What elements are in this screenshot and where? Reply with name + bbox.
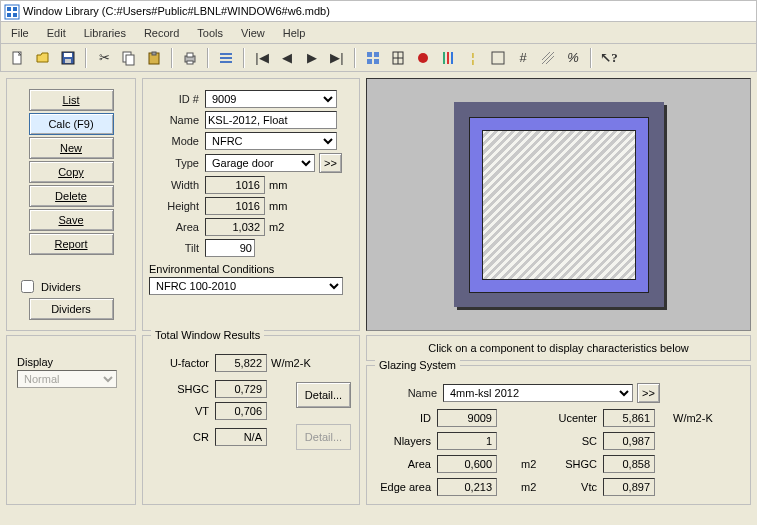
- height-value: 1016: [205, 197, 265, 215]
- action-sidebar: List Calc (F9) New Copy Delete Save Repo…: [6, 78, 136, 331]
- list-button[interactable]: List: [29, 89, 114, 111]
- menu-record[interactable]: Record: [144, 27, 179, 39]
- env-select[interactable]: NFRC 100-2010: [149, 277, 343, 295]
- svg-point-26: [418, 53, 428, 63]
- svg-rect-22: [374, 59, 379, 64]
- menu-view[interactable]: View: [241, 27, 265, 39]
- prev-record-icon[interactable]: ◀: [276, 47, 298, 69]
- detail-button[interactable]: Detail...: [296, 382, 351, 408]
- whatsthis-icon[interactable]: ↖?: [598, 47, 620, 69]
- dividers-checkbox[interactable]: Dividers: [17, 277, 125, 296]
- open-icon[interactable]: [32, 47, 54, 69]
- cr-value: N/A: [215, 428, 267, 446]
- save-button[interactable]: Save: [29, 209, 114, 231]
- menu-tools[interactable]: Tools: [197, 27, 223, 39]
- area-unit: m2: [269, 221, 284, 233]
- svg-rect-19: [367, 52, 372, 57]
- display-select: Normal: [17, 370, 117, 388]
- window-lib-icon[interactable]: [387, 47, 409, 69]
- calc-button[interactable]: Calc (F9): [29, 113, 114, 135]
- u-factor-unit: W/m2-K: [271, 357, 311, 369]
- gz-nlayers-label: Nlayers: [375, 435, 437, 447]
- list-view-icon[interactable]: [215, 47, 237, 69]
- menu-edit[interactable]: Edit: [47, 27, 66, 39]
- toolbar: ✂ |◀ ◀ ▶ ▶| ¦ # % ↖?: [0, 44, 757, 72]
- print-icon[interactable]: [179, 47, 201, 69]
- u-factor-label: U-factor: [151, 357, 209, 369]
- tilt-label: Tilt: [149, 242, 199, 254]
- area-value: 1,032: [205, 218, 265, 236]
- save-icon[interactable]: [57, 47, 79, 69]
- record-dot-icon[interactable]: [412, 47, 434, 69]
- window-preview[interactable]: [366, 78, 751, 331]
- next-record-icon[interactable]: ▶: [301, 47, 323, 69]
- cut-icon[interactable]: ✂: [93, 47, 115, 69]
- menu-libraries[interactable]: Libraries: [84, 27, 126, 39]
- hash-icon[interactable]: #: [512, 47, 534, 69]
- gz-ucenter-unit: W/m2-K: [669, 412, 719, 424]
- tilt-input[interactable]: [205, 239, 255, 257]
- gz-area-label: Area: [375, 458, 437, 470]
- gz-name-select[interactable]: 4mm-ksl 2012: [443, 384, 633, 402]
- gz-shgc-label: SHGC: [541, 458, 603, 470]
- mode-select[interactable]: NFRC: [205, 132, 337, 150]
- shgc-label: SHGC: [151, 383, 209, 395]
- gz-ucenter-value: 5,861: [603, 409, 655, 427]
- id-label: ID #: [149, 93, 199, 105]
- gz-more-button[interactable]: >>: [637, 383, 660, 403]
- last-record-icon[interactable]: ▶|: [326, 47, 348, 69]
- delete-button[interactable]: Delete: [29, 185, 114, 207]
- total-results-title: Total Window Results: [151, 329, 264, 341]
- svg-rect-20: [374, 52, 379, 57]
- percent-icon[interactable]: %: [562, 47, 584, 69]
- svg-rect-8: [65, 59, 71, 63]
- bars-icon[interactable]: [437, 47, 459, 69]
- stripes-icon[interactable]: [537, 47, 559, 69]
- frame-icon[interactable]: [487, 47, 509, 69]
- svg-rect-29: [451, 52, 453, 64]
- first-record-icon[interactable]: |◀: [251, 47, 273, 69]
- gz-vtc-value: 0,897: [603, 478, 655, 496]
- copy-button[interactable]: Copy: [29, 161, 114, 183]
- gz-area-value: 0,600: [437, 455, 497, 473]
- menu-file[interactable]: File: [11, 27, 29, 39]
- copy-icon[interactable]: [118, 47, 140, 69]
- total-results-group: Total Window Results U-factor 5,822 W/m2…: [142, 335, 360, 505]
- paste-icon[interactable]: [143, 47, 165, 69]
- svg-rect-7: [64, 53, 72, 57]
- new-button[interactable]: New: [29, 137, 114, 159]
- properties-panel: ID # 9009 Name Mode NFRC Type Garage doo…: [142, 78, 360, 331]
- dividers-button[interactable]: Dividers: [29, 298, 114, 320]
- new-file-icon[interactable]: [7, 47, 29, 69]
- temp-icon[interactable]: ¦: [462, 47, 484, 69]
- gz-edge-label: Edge area: [375, 481, 437, 493]
- id-select[interactable]: 9009: [205, 90, 337, 108]
- vt-value: 0,706: [215, 402, 267, 420]
- width-value: 1016: [205, 176, 265, 194]
- u-factor-value: 5,822: [215, 354, 267, 372]
- gz-id-value: 9009: [437, 409, 497, 427]
- type-select[interactable]: Garage door: [205, 154, 315, 172]
- app-icon: [4, 4, 18, 18]
- gz-edge-unit: m2: [517, 481, 541, 493]
- svg-rect-3: [7, 13, 11, 17]
- vt-label: VT: [151, 405, 209, 417]
- type-more-button[interactable]: >>: [319, 153, 342, 173]
- grid-icon[interactable]: [362, 47, 384, 69]
- component-hint: Click on a component to display characte…: [366, 335, 751, 361]
- height-unit: mm: [269, 200, 287, 212]
- gz-shgc-value: 0,858: [603, 455, 655, 473]
- svg-rect-1: [7, 7, 11, 11]
- report-button[interactable]: Report: [29, 233, 114, 255]
- svg-rect-16: [220, 53, 232, 55]
- name-input[interactable]: [205, 111, 337, 129]
- svg-rect-27: [443, 52, 445, 64]
- detail-button-disabled: Detail...: [296, 424, 351, 450]
- type-label: Type: [149, 157, 199, 169]
- menu-help[interactable]: Help: [283, 27, 306, 39]
- svg-rect-4: [13, 13, 17, 17]
- menu-bar: File Edit Libraries Record Tools View He…: [0, 22, 757, 44]
- window-title: Window Library (C:#Users#Public#LBNL#WIN…: [23, 5, 330, 17]
- env-label: Environmental Conditions: [149, 263, 353, 275]
- svg-line-32: [542, 52, 550, 60]
